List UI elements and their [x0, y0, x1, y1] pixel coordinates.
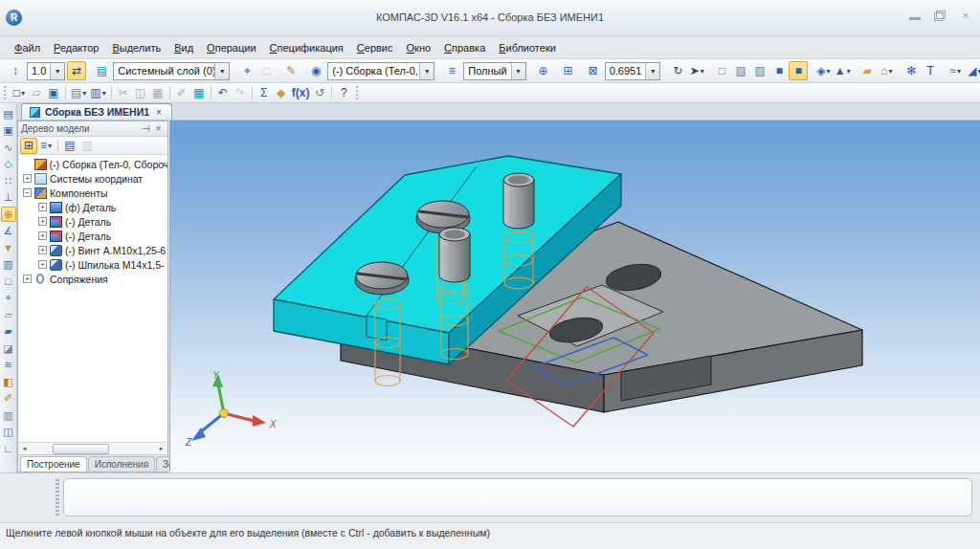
close-button[interactable]: × [959, 10, 972, 21]
tree-item-coordinate-systems[interactable]: + Системы координат [18, 171, 167, 186]
scale-button[interactable]: ↕ [6, 61, 25, 80]
display-wireframe-button[interactable]: □ [712, 61, 731, 80]
tree-item-components[interactable]: − Компоненты [18, 186, 167, 200]
tree-expander[interactable]: + [38, 203, 47, 211]
menu-item[interactable]: Файл [8, 39, 47, 56]
menu-item[interactable]: Операции [200, 39, 262, 56]
undo-button[interactable]: ↶ [214, 85, 232, 101]
section-view-button[interactable]: ▰ [858, 61, 877, 80]
solid-tools-button[interactable]: ◢▾ [965, 61, 980, 80]
print-button[interactable]: ▤▾ [69, 85, 88, 101]
swap-toggle-button[interactable]: ⇄ [67, 61, 86, 80]
panel-close-icon[interactable]: × [152, 123, 165, 134]
left-tool-array-icon[interactable]: ∷ [1, 173, 16, 188]
tree-tab-postroenie[interactable]: Построение [20, 456, 87, 472]
redraw-button[interactable]: ✻ [902, 61, 921, 80]
tree-item-assembly-root[interactable]: (-) Сборка (Тел-0, Сборочны [18, 157, 167, 171]
insert-table-button[interactable]: ▦ [190, 85, 208, 101]
display-no-hidden-button[interactable]: ▨ [731, 61, 750, 80]
left-tool-plane-icon[interactable]: ▱ [1, 307, 16, 322]
combo-arrow-icon[interactable]: ▾ [645, 63, 659, 79]
menu-item[interactable]: Сервис [350, 39, 400, 56]
left-tool-solid-icon[interactable]: ▣ [1, 123, 16, 139]
menu-item[interactable]: Вид [167, 39, 200, 56]
tree-item-stud[interactable]: + (-) Шпилька М14х1,5- [18, 257, 167, 272]
display-filter-button[interactable]: ≡ [442, 61, 461, 80]
menu-item[interactable]: Окно [400, 39, 438, 56]
document-tab[interactable]: Сборка БЕЗ ИМЕНИ1 × [21, 103, 172, 120]
left-tool-specification-icon[interactable]: ▥ [1, 257, 16, 273]
scale-combobox[interactable]: 1.0 ▾ [27, 62, 65, 80]
combo-arrow-icon[interactable]: ▾ [50, 63, 64, 79]
tree-tab-ispolneniya[interactable]: Исполнения [88, 456, 155, 472]
tree-expander[interactable]: + [38, 231, 47, 240]
context-help-button[interactable]: ? [335, 85, 352, 101]
left-tool-plane-filled-icon[interactable]: ▰ [1, 324, 16, 340]
redo-button[interactable]: ↷ [232, 85, 249, 101]
left-tool-eraser-icon[interactable]: ◧ [1, 374, 16, 389]
tree-expander[interactable] [23, 160, 32, 168]
scrollbar-track[interactable] [31, 444, 155, 454]
pin-icon[interactable]: ⊤ [140, 123, 152, 134]
text-document-button[interactable]: T [921, 61, 940, 80]
copy-button[interactable]: ◫ [132, 85, 149, 101]
left-tool-spline-icon[interactable]: ∿ [1, 140, 16, 155]
left-tool-measure-icon[interactable]: ∡ [1, 224, 16, 239]
combo-arrow-icon[interactable]: ▾ [214, 63, 229, 79]
zoom-combobox[interactable]: 0.6951 ▾ [605, 62, 661, 80]
local-cs-button[interactable]: ⌖ [237, 61, 256, 80]
left-tool-components-icon[interactable]: ▤ [1, 106, 16, 121]
layers-button[interactable]: ▤ [92, 61, 111, 80]
restore-button[interactable] [934, 11, 946, 21]
print-preview-button[interactable]: ▥▾ [88, 85, 107, 101]
new-document-button[interactable]: □▾ [11, 85, 28, 101]
combo-arrow-icon[interactable]: ▾ [419, 63, 434, 79]
property-bar-grip[interactable] [56, 479, 59, 517]
scroll-left-icon[interactable]: ◂ [18, 443, 31, 454]
left-tool-coordinate-system-icon[interactable]: ⌖ [1, 291, 16, 306]
document-tab-close-icon[interactable]: × [154, 107, 164, 118]
left-tool-surface-icon[interactable]: ◇ [1, 157, 16, 172]
orientation2-button[interactable]: ▲▾ [833, 61, 852, 80]
tree-item-mates[interactable]: + Сопряжения [18, 272, 167, 286]
pointer-mode-button[interactable]: ➤▾ [687, 61, 706, 80]
left-tool-print-icon[interactable]: ▥ [1, 407, 16, 423]
left-tool-filter-icon[interactable]: ▼ [1, 240, 16, 255]
rebuild-button[interactable]: ↺ [311, 85, 328, 101]
tree-item-part-2[interactable]: + (-) Деталь [18, 214, 167, 229]
left-tool-section-icon[interactable]: ◪ [1, 340, 16, 356]
menu-item[interactable]: Спецификация [263, 39, 350, 56]
tree-horizontal-scrollbar[interactable]: ◂ ▸ [18, 442, 167, 454]
tree-doc-button[interactable]: ▤ [61, 138, 78, 154]
surface-tools-button[interactable]: ≈▾ [946, 61, 965, 80]
zoom-area-button[interactable]: ⊠ [584, 61, 603, 80]
tree-item-part-3[interactable]: + (-) Деталь [18, 229, 167, 243]
home-view-button[interactable]: ⌂▾ [877, 61, 896, 80]
rotate-button[interactable]: ↻ [668, 61, 687, 80]
tree-expander[interactable]: + [38, 260, 47, 269]
paste-button[interactable]: ▦ [149, 85, 167, 101]
minimize-button[interactable] [909, 11, 921, 20]
display-shaded-button[interactable]: ■ [769, 61, 789, 80]
scrollbar-thumb[interactable] [53, 444, 109, 454]
library-catalog-button[interactable]: ◆ [273, 85, 290, 101]
page-button[interactable]: □ [256, 61, 276, 80]
menu-item[interactable]: Редактор [47, 39, 105, 56]
left-tool-copy-icon[interactable]: ◫ [1, 425, 16, 440]
zoom-frame-button[interactable]: ⊞ [559, 61, 578, 80]
3d-viewport[interactable]: Y X Z [169, 121, 980, 472]
orientation-button[interactable]: ◈▾ [813, 61, 833, 80]
zoom-in-button[interactable]: ⊕ [534, 61, 553, 80]
menu-item[interactable]: Справка [437, 39, 492, 56]
sketch-button[interactable]: ✎ [281, 61, 301, 80]
left-tool-report-icon[interactable]: □ [1, 274, 16, 289]
display-combobox[interactable]: Полный ▾ [463, 62, 525, 80]
variables-button[interactable]: Σ [256, 85, 273, 101]
left-tool-mates-icon[interactable]: ⊕ [1, 207, 16, 222]
open-button[interactable]: ▱ [28, 85, 45, 101]
toolbar-grip[interactable] [3, 86, 8, 99]
left-tool-aux-geometry-icon[interactable]: ⊥ [1, 190, 16, 206]
left-tool-wave-icon[interactable]: ≋ [1, 358, 16, 373]
menu-item[interactable]: Выделить [105, 39, 167, 56]
tree-item-part-1[interactable]: + (ф) Деталь [18, 200, 167, 214]
